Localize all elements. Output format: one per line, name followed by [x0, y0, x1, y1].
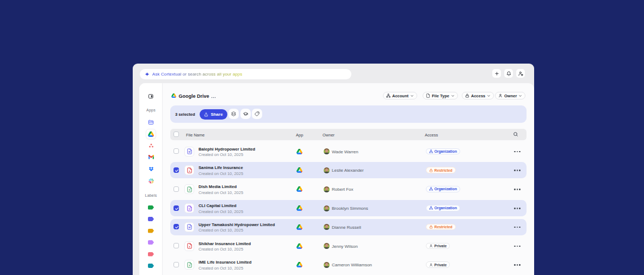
svg-text:O: O: [188, 208, 190, 210]
svg-text:W: W: [188, 227, 190, 229]
svg-text:X: X: [189, 264, 190, 267]
svg-text:X: X: [189, 189, 190, 191]
svg-text:W: W: [188, 151, 190, 154]
